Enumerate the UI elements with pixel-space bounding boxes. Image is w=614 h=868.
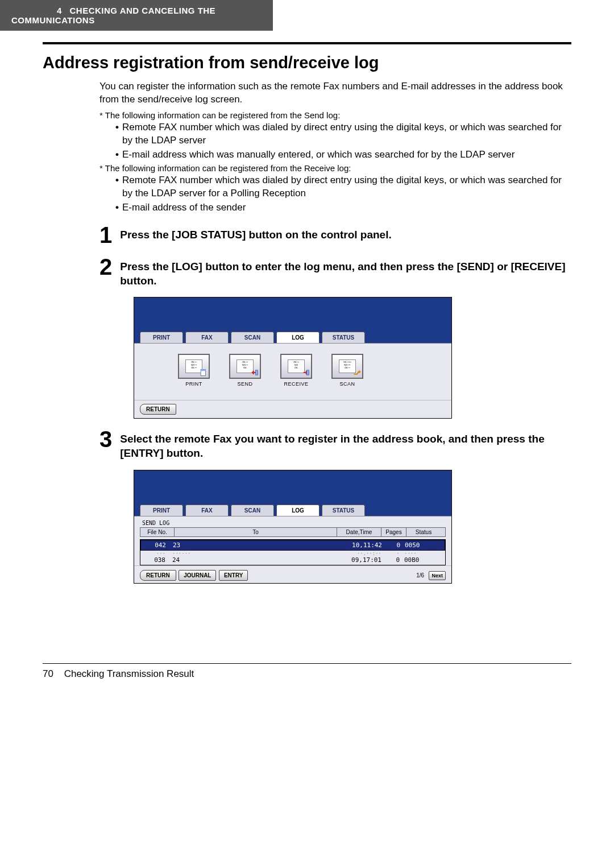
icon-label: SEND bbox=[225, 381, 265, 387]
tab-status[interactable]: STATUS bbox=[322, 505, 365, 516]
entry-button[interactable]: ENTRY bbox=[219, 570, 248, 581]
recv-note-intro: * The following information can be regis… bbox=[49, 163, 571, 174]
return-button[interactable]: RETURN bbox=[140, 570, 176, 581]
log-print-button[interactable]: OK ••NG ••OK •• PRINT bbox=[174, 354, 214, 387]
next-button[interactable]: Next bbox=[429, 571, 446, 580]
screen-titlebar bbox=[134, 297, 451, 329]
receive-arrow-icon bbox=[302, 369, 310, 377]
screen-tabs: PRINT FAX SCAN LOG STATUS bbox=[134, 502, 451, 516]
page-footer: 70 Checking Transmission Result bbox=[0, 668, 614, 697]
footer-divider bbox=[43, 663, 571, 664]
send-bullet: E-mail address which was manually entere… bbox=[43, 148, 571, 162]
table-row[interactable]: 042 23 10,11:42 0 0050 bbox=[140, 540, 445, 551]
icon-label: PRINT bbox=[174, 381, 214, 387]
device-screen-2: PRINT FAX SCAN LOG STATUS SEND LOG File … bbox=[134, 470, 452, 584]
chapter-header: 4 CHECKING AND CANCELING THE COMMUNICATI… bbox=[0, 0, 273, 31]
log-send-button[interactable]: OK ••NG ••OK SEND bbox=[225, 354, 265, 387]
icon-label: SCAN bbox=[327, 381, 367, 387]
svg-rect-3 bbox=[306, 370, 309, 375]
tab-log[interactable]: LOG bbox=[276, 505, 320, 516]
screen-tabs: PRINT FAX SCAN LOG STATUS bbox=[134, 329, 451, 343]
recv-bullet: Remote FAX number which was dialed by di… bbox=[43, 174, 571, 200]
chapter-title: CHECKING AND CANCELING THE COMMUNICATION… bbox=[11, 6, 215, 25]
scan-icon bbox=[353, 369, 361, 377]
svg-rect-1 bbox=[201, 370, 205, 371]
tab-scan[interactable]: SCAN bbox=[231, 505, 274, 516]
icon-label: RECEIVE bbox=[276, 381, 316, 387]
page-number: 70 bbox=[43, 668, 53, 679]
step-number: 3 bbox=[99, 428, 112, 450]
send-bullet: Remote FAX number which was dialed by di… bbox=[43, 121, 571, 147]
send-arrow-icon bbox=[251, 369, 259, 377]
send-note-intro: * The following information can be regis… bbox=[49, 110, 571, 121]
tab-fax[interactable]: FAX bbox=[185, 332, 229, 343]
step-number: 2 bbox=[99, 255, 112, 278]
col-status: Status bbox=[406, 528, 441, 536]
step-2: 2 Press the [LOG] button to enter the lo… bbox=[43, 255, 571, 288]
tab-print[interactable]: PRINT bbox=[140, 332, 183, 343]
table-row[interactable]: ···········,··:······· bbox=[140, 551, 445, 555]
step-3: 3 Select the remote Fax you want to regi… bbox=[43, 428, 571, 460]
document-icon bbox=[200, 369, 208, 377]
svg-rect-2 bbox=[255, 370, 258, 375]
col-to: To bbox=[175, 528, 337, 536]
table-body: 042 23 10,11:42 0 0050 ···········,··:··… bbox=[140, 539, 446, 565]
divider bbox=[43, 42, 571, 44]
step-text: Press the [LOG] button to enter the log … bbox=[120, 255, 571, 288]
log-scan-button[interactable]: OK •••••NG •••OK •• SCAN bbox=[327, 354, 367, 387]
step-text: Press the [JOB STATUS] button on the con… bbox=[120, 224, 391, 242]
log-receive-button[interactable]: OK ••NGOK RECEIVE bbox=[276, 354, 316, 387]
col-pages: Pages bbox=[381, 528, 406, 536]
tab-status[interactable]: STATUS bbox=[322, 332, 365, 343]
step-number: 1 bbox=[99, 224, 112, 246]
return-button[interactable]: RETURN bbox=[140, 404, 176, 415]
recv-bullet: E-mail address of the sender bbox=[43, 201, 571, 214]
tab-scan[interactable]: SCAN bbox=[231, 332, 274, 343]
step-1: 1 Press the [JOB STATUS] button on the c… bbox=[43, 224, 571, 246]
step-text: Select the remote Fax you want to regist… bbox=[120, 428, 571, 460]
table-header: File No. To Date,Time Pages Status bbox=[140, 527, 446, 537]
intro-paragraph: You can register the information such as… bbox=[43, 80, 571, 106]
page-title: Address registration from send/receive l… bbox=[43, 53, 571, 72]
pager: 1/6 bbox=[416, 572, 424, 578]
tab-log[interactable]: LOG bbox=[276, 332, 320, 343]
footer-section: Checking Transmission Result bbox=[64, 668, 194, 679]
send-log-label: SEND LOG bbox=[140, 519, 446, 527]
journal-button[interactable]: JOURNAL bbox=[179, 570, 216, 581]
tab-print[interactable]: PRINT bbox=[140, 505, 183, 516]
device-screen-1: PRINT FAX SCAN LOG STATUS OK ••NG ••OK •… bbox=[134, 297, 452, 419]
chapter-number: 4 bbox=[57, 6, 61, 15]
tab-fax[interactable]: FAX bbox=[185, 505, 229, 516]
table-row[interactable]: 038 24 09,17:01 0 00B0 bbox=[140, 555, 445, 565]
col-datetime: Date,Time bbox=[337, 528, 381, 536]
screen-titlebar bbox=[134, 470, 451, 502]
col-fileno: File No. bbox=[140, 528, 175, 536]
